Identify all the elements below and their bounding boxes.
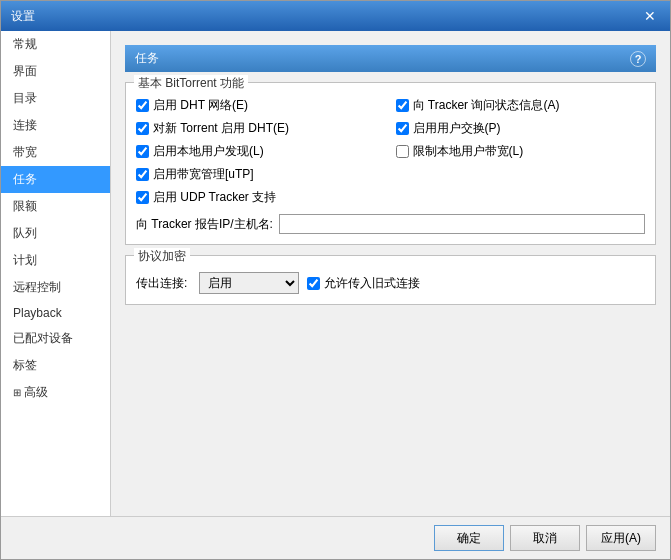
checkbox-bw-mgmt-row: 启用带宽管理[uTP]	[136, 166, 645, 183]
checkbox-new-torrent-dht[interactable]: 对新 Torrent 启用 DHT(E)	[136, 120, 386, 137]
checkbox-allow-legacy[interactable]: 允许传入旧式连接	[307, 275, 420, 292]
checkbox-peer-exchange-label: 启用用户交换(P)	[413, 120, 501, 137]
tracker-ip-input[interactable]	[279, 214, 645, 234]
sidebar: 常规 界面 目录 连接 带宽 任务 限额 队列 计划 远程控制 Playback…	[1, 31, 111, 516]
checkbox-udp-tracker-input[interactable]	[136, 191, 149, 204]
main-content: 任务 ? 基本 BitTorrent 功能 启用 DHT 网络(E) 向 Tra…	[111, 31, 670, 516]
checkboxes-grid: 启用 DHT 网络(E) 向 Tracker 询问状态信息(A) 对新 Torr…	[136, 97, 645, 160]
settings-dialog: 设置 ✕ 常规 界面 目录 连接 带宽 任务 限额 队列 计划 远程控制 Pla…	[0, 0, 671, 560]
checkbox-bw-mgmt[interactable]: 启用带宽管理[uTP]	[136, 166, 254, 183]
sidebar-item-advanced[interactable]: ⊞ 高级	[1, 379, 110, 406]
outgoing-select[interactable]: 禁用 启用 强制	[199, 272, 299, 294]
sidebar-item-matched[interactable]: 已配对设备	[1, 325, 110, 352]
checkbox-allow-legacy-label: 允许传入旧式连接	[324, 275, 420, 292]
checkbox-allow-legacy-input[interactable]	[307, 277, 320, 290]
checkbox-new-torrent-dht-label: 对新 Torrent 启用 DHT(E)	[153, 120, 289, 137]
sidebar-item-playback[interactable]: Playback	[1, 301, 110, 325]
section-title-bar: 任务 ?	[125, 45, 656, 72]
cancel-button[interactable]: 取消	[510, 525, 580, 551]
checkbox-bw-mgmt-input[interactable]	[136, 168, 149, 181]
sidebar-item-tags[interactable]: 标签	[1, 352, 110, 379]
checkbox-tracker-status-label: 向 Tracker 询问状态信息(A)	[413, 97, 560, 114]
checkbox-enable-dht-label: 启用 DHT 网络(E)	[153, 97, 248, 114]
sidebar-item-connection[interactable]: 连接	[1, 112, 110, 139]
checkbox-udp-tracker-label: 启用 UDP Tracker 支持	[153, 189, 276, 206]
dialog-body: 常规 界面 目录 连接 带宽 任务 限额 队列 计划 远程控制 Playback…	[1, 31, 670, 516]
checkbox-enable-dht-input[interactable]	[136, 99, 149, 112]
checkbox-tracker-status[interactable]: 向 Tracker 询问状态信息(A)	[396, 97, 646, 114]
sidebar-item-limit[interactable]: 限额	[1, 193, 110, 220]
section-title-text: 任务	[135, 50, 159, 67]
dialog-footer: 确定 取消 应用(A)	[1, 516, 670, 559]
encryption-group-title: 协议加密	[134, 248, 190, 265]
checkbox-limit-local-bw-input[interactable]	[396, 145, 409, 158]
sidebar-item-interface[interactable]: 界面	[1, 58, 110, 85]
encryption-row: 传出连接: 禁用 启用 强制 允许传入旧式连接	[136, 272, 645, 294]
checkbox-limit-local-bw[interactable]: 限制本地用户带宽(L)	[396, 143, 646, 160]
help-button[interactable]: ?	[630, 51, 646, 67]
checkbox-udp-tracker-row: 启用 UDP Tracker 支持	[136, 189, 645, 206]
checkbox-peer-exchange-input[interactable]	[396, 122, 409, 135]
checkbox-bw-mgmt-label: 启用带宽管理[uTP]	[153, 166, 254, 183]
checkbox-udp-tracker[interactable]: 启用 UDP Tracker 支持	[136, 189, 276, 206]
close-button[interactable]: ✕	[640, 8, 660, 24]
checkbox-limit-local-bw-label: 限制本地用户带宽(L)	[413, 143, 524, 160]
checkbox-enable-dht[interactable]: 启用 DHT 网络(E)	[136, 97, 386, 114]
tracker-ip-label: 向 Tracker 报告IP/主机名:	[136, 216, 273, 233]
checkbox-local-peer-discovery[interactable]: 启用本地用户发现(L)	[136, 143, 386, 160]
sidebar-item-task[interactable]: 任务	[1, 166, 110, 193]
outgoing-label: 传出连接:	[136, 275, 191, 292]
encryption-group: 协议加密 传出连接: 禁用 启用 强制 允许传入旧式连接	[125, 255, 656, 305]
title-bar: 设置 ✕	[1, 1, 670, 31]
sidebar-item-queue[interactable]: 队列	[1, 220, 110, 247]
checkbox-local-peer-discovery-input[interactable]	[136, 145, 149, 158]
ok-button[interactable]: 确定	[434, 525, 504, 551]
checkbox-peer-exchange[interactable]: 启用用户交换(P)	[396, 120, 646, 137]
sidebar-item-directory[interactable]: 目录	[1, 85, 110, 112]
bittorrent-group: 基本 BitTorrent 功能 启用 DHT 网络(E) 向 Tracker …	[125, 82, 656, 245]
sidebar-item-schedule[interactable]: 计划	[1, 247, 110, 274]
sidebar-item-bandwidth[interactable]: 带宽	[1, 139, 110, 166]
dialog-title: 设置	[11, 8, 35, 25]
checkbox-new-torrent-dht-input[interactable]	[136, 122, 149, 135]
checkbox-local-peer-discovery-label: 启用本地用户发现(L)	[153, 143, 264, 160]
bittorrent-group-title: 基本 BitTorrent 功能	[134, 75, 248, 92]
tracker-ip-row: 向 Tracker 报告IP/主机名:	[136, 214, 645, 234]
sidebar-item-general[interactable]: 常规	[1, 31, 110, 58]
apply-button[interactable]: 应用(A)	[586, 525, 656, 551]
expand-icon: ⊞	[13, 387, 21, 398]
checkbox-tracker-status-input[interactable]	[396, 99, 409, 112]
sidebar-item-remote[interactable]: 远程控制	[1, 274, 110, 301]
